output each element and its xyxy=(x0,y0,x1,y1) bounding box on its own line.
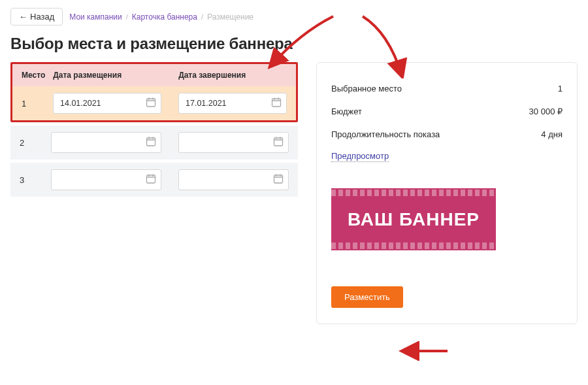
table-row: 1 xyxy=(12,86,296,120)
banner-preview: ВАШ БАННЕР xyxy=(331,188,496,250)
table-row: 2 xyxy=(10,126,298,159)
summary-place: Выбранное место 1 xyxy=(331,77,563,100)
date-start-input[interactable] xyxy=(51,169,161,190)
summary-place-value: 1 xyxy=(558,84,563,93)
page-title: Выбор места и размещение баннера xyxy=(0,25,588,62)
crumb-separator: / xyxy=(126,13,128,21)
row-place: 3 xyxy=(10,175,43,185)
back-label: Назад xyxy=(30,12,54,22)
date-end-input[interactable] xyxy=(178,93,287,114)
summary-panel: Выбранное место 1 Бюджет 30 000 Продолжи… xyxy=(316,62,578,324)
table-row: 3 xyxy=(10,163,298,197)
crumb-banner-card[interactable]: Карточка баннера xyxy=(132,12,197,22)
row-place: 2 xyxy=(10,138,43,148)
date-start-input[interactable] xyxy=(53,93,161,114)
placement-table: Место Дата размещения Дата завершения 1 … xyxy=(10,62,298,197)
annotation-arrow-icon xyxy=(399,341,451,361)
preview-link[interactable]: Предпросмотр xyxy=(331,151,389,162)
crumb-separator: / xyxy=(201,13,203,21)
breadcrumb: Мои кампании / Карточка баннера / Размещ… xyxy=(69,12,253,22)
place-button[interactable]: Разместить xyxy=(331,286,403,308)
summary-duration-value: 4 дня xyxy=(541,129,563,139)
selected-row-highlight: Место Дата размещения Дата завершения 1 xyxy=(10,62,298,122)
summary-budget-label: Бюджет xyxy=(331,107,362,116)
crumb-my-campaigns[interactable]: Мои кампании xyxy=(69,12,122,22)
summary-budget: Бюджет 30 000 xyxy=(331,100,563,123)
back-button[interactable]: ← Назад xyxy=(10,8,63,25)
summary-duration-label: Продолжительность показа xyxy=(331,129,440,139)
banner-text: ВАШ БАННЕР xyxy=(348,209,480,230)
col-place: Место xyxy=(12,71,45,80)
crumb-placement: Размещение xyxy=(207,12,253,22)
col-date-end: Дата завершения xyxy=(178,71,296,80)
date-end-input[interactable] xyxy=(178,132,289,153)
arrow-left-icon: ← xyxy=(19,12,27,22)
summary-duration: Продолжительность показа 4 дня xyxy=(331,123,563,146)
col-date-start: Дата размещения xyxy=(53,71,171,80)
date-end-input[interactable] xyxy=(178,169,289,190)
table-header: Место Дата размещения Дата завершения xyxy=(12,64,296,86)
date-start-input[interactable] xyxy=(51,132,161,153)
summary-budget-value: 30 000 xyxy=(529,107,563,116)
summary-place-label: Выбранное место xyxy=(331,84,402,93)
row-place: 1 xyxy=(12,99,45,109)
